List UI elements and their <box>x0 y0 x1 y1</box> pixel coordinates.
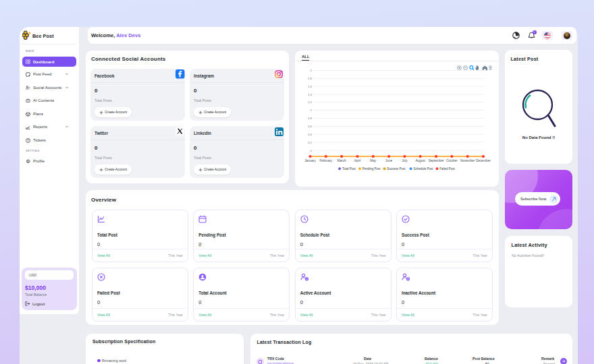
svg-text:June: June <box>385 159 393 162</box>
svg-text:1.2: 1.2 <box>308 100 313 104</box>
svg-text:1.4: 1.4 <box>308 93 313 96</box>
svg-text:Pending Post: Pending Post <box>362 167 381 171</box>
svg-text:0: 0 <box>310 149 313 152</box>
svg-text:February: February <box>319 159 332 162</box>
svg-text:0.4: 0.4 <box>308 133 313 136</box>
svg-text:December: December <box>476 159 491 162</box>
svg-text:0.6: 0.6 <box>308 125 313 128</box>
svg-text:January: January <box>304 159 316 162</box>
svg-text:0.2: 0.2 <box>308 141 313 144</box>
svg-text:March: March <box>338 159 346 162</box>
svg-text:September: September <box>429 159 444 162</box>
svg-text:Failed Post: Failed Post <box>439 167 455 171</box>
svg-text:1.8: 1.8 <box>308 77 313 80</box>
svg-text:2: 2 <box>310 69 313 72</box>
svg-text:Success Post: Success Post <box>387 167 406 171</box>
svg-text:November: November <box>460 159 475 162</box>
svg-text:Schedule Post: Schedule Post <box>413 167 433 171</box>
svg-text:August: August <box>415 159 425 162</box>
svg-text:July: July <box>402 159 408 162</box>
svg-text:October: October <box>446 159 458 162</box>
svg-text:1: 1 <box>310 109 313 112</box>
svg-text:Total Post: Total Post <box>342 167 356 171</box>
svg-text:1.6: 1.6 <box>308 85 313 88</box>
svg-text:May: May <box>370 159 377 162</box>
svg-text:0.8: 0.8 <box>308 117 313 120</box>
svg-text:April: April <box>354 159 360 162</box>
